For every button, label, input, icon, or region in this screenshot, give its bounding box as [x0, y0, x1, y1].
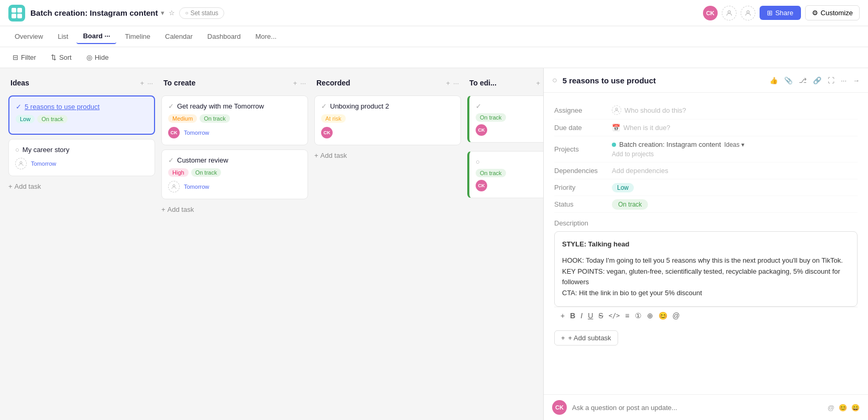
card-5reasons[interactable]: ✓ 5 reasons to use product Low On track: [8, 95, 155, 135]
project-dot: [612, 143, 616, 147]
add-task-ideas[interactable]: +Add task: [8, 180, 155, 192]
assignee-value[interactable]: Who should do this?: [612, 105, 858, 115]
svg-point-0: [728, 10, 731, 13]
add-card-tocreate[interactable]: +: [293, 79, 298, 87]
tab-dashboard[interactable]: Dashboard: [201, 29, 247, 44]
add-card-toedit[interactable]: +: [536, 79, 541, 87]
card-toedit-2[interactable]: ○ On track CK: [467, 151, 543, 198]
add-task-tocreate[interactable]: +Add task: [161, 203, 308, 216]
link-icon[interactable]: 🔗: [813, 77, 821, 84]
card-toedit-1[interactable]: ✓ On track CK: [467, 95, 543, 143]
column-title-toedit: To edi...: [469, 79, 533, 87]
tab-more[interactable]: More...: [249, 29, 282, 44]
sort-button[interactable]: ⇅ Sort: [47, 51, 76, 63]
branch-icon[interactable]: ⎇: [799, 77, 807, 84]
desc-style: STYLE: Talking head: [562, 239, 850, 250]
card-check-icon-career: ○: [15, 146, 19, 154]
badge-ontrack-getready: On track: [200, 114, 230, 123]
status-value[interactable]: On track: [612, 200, 858, 208]
app-logo: [8, 5, 25, 21]
add-task-recorded[interactable]: +Add task: [314, 149, 461, 161]
description-content[interactable]: STYLE: Talking head HOOK: Today I'm goin…: [554, 231, 858, 307]
card-getready[interactable]: ✓ Get ready with me Tomorrow Medium On t…: [161, 95, 308, 145]
thumbsup-icon[interactable]: 👍: [770, 77, 778, 84]
add-card-recorded[interactable]: +: [446, 79, 451, 87]
emoji-icon[interactable]: 😊: [658, 311, 667, 320]
desc-cta: CTA: Hit the link in bio to get your 5% …: [562, 288, 850, 299]
topbar-right: CK ⊞ Share ⚙ Customize: [703, 5, 860, 20]
assignee-avatar: [612, 105, 621, 115]
status-badge: On track: [612, 199, 648, 210]
duedate-value[interactable]: 📅 When is it due?: [612, 124, 858, 132]
strikethrough-icon[interactable]: S: [598, 311, 603, 320]
share-button[interactable]: ⊞ Share: [760, 6, 801, 20]
more-recorded[interactable]: ···: [453, 79, 459, 87]
column-ideas: Ideas + ··· ✓ 5 reasons to use product L…: [8, 77, 155, 412]
card-career[interactable]: ○ My career story Tomorrow: [8, 139, 155, 176]
badge-ontrack-toedit1: On track: [476, 113, 506, 122]
more-tocreate[interactable]: ···: [300, 79, 306, 87]
tab-board[interactable]: Board ···: [76, 29, 116, 44]
check-toedit-1: ✓: [476, 102, 481, 110]
close-detail-icon[interactable]: →: [853, 77, 860, 84]
topbar-project-icons[interactable]: ▾ ☆ ○ Set status: [161, 7, 224, 19]
card-footer-getready: CK Tomorrow: [168, 127, 301, 138]
emoji-comment-icon[interactable]: 😊: [839, 404, 847, 412]
italic-icon[interactable]: I: [580, 311, 583, 320]
numbered-list-icon[interactable]: ①: [635, 311, 642, 320]
card-title-getready: ✓ Get ready with me Tomorrow: [168, 102, 301, 110]
bold-icon[interactable]: B: [570, 311, 575, 320]
badge-medium-getready: Medium: [168, 114, 197, 123]
field-status: Status On track: [554, 196, 858, 213]
url-link-icon[interactable]: ⊕: [647, 311, 653, 320]
card-check-icon: ✓: [16, 103, 21, 111]
tab-timeline[interactable]: Timeline: [118, 29, 157, 44]
at-icon[interactable]: @: [673, 311, 680, 320]
tab-overview[interactable]: Overview: [8, 29, 49, 44]
attachment-icon[interactable]: 📎: [784, 77, 793, 84]
emoji-comment-icon-2[interactable]: 😄: [851, 404, 860, 412]
ideas-section-tag[interactable]: Ideas ▾: [724, 141, 744, 148]
star-icon[interactable]: ☆: [169, 9, 175, 17]
more-ideas[interactable]: ···: [147, 79, 153, 87]
board-area: Ideas + ··· ✓ 5 reasons to use product L…: [0, 68, 543, 420]
projects-value: Batch creation: Instagram content Ideas …: [612, 141, 858, 158]
avatar-unboxing: CK: [321, 127, 333, 138]
underline-icon[interactable]: U: [588, 311, 593, 320]
detail-body: Assignee Who should do this? Due date 📅 …: [544, 93, 868, 394]
hide-button[interactable]: ◎ Hide: [82, 51, 113, 63]
customize-button[interactable]: ⚙ Customize: [805, 5, 860, 20]
chevron-down-icon[interactable]: ▾: [161, 9, 164, 17]
detail-header-actions: 👍 📎 ⎇ 🔗 ⛶ ··· →: [770, 77, 860, 84]
card-customerreview[interactable]: ✓ Customer review High On track Tomorrow: [161, 149, 308, 199]
badge-ontrack-review: On track: [191, 168, 222, 177]
status-label: Status: [554, 200, 612, 208]
expand-icon[interactable]: ⛶: [828, 77, 834, 84]
tab-list[interactable]: List: [51, 29, 74, 44]
card-badges-review: High On track: [168, 168, 301, 177]
add-card-ideas[interactable]: +: [140, 79, 145, 87]
project-name: Batch creation: Instagram content: [619, 141, 721, 148]
mention-icon[interactable]: @: [828, 404, 834, 412]
card-check-icon-unboxing: ✓: [321, 102, 327, 110]
column-header-recorded: Recorded + ···: [314, 77, 461, 91]
avatar-ck: CK: [703, 6, 718, 20]
check-toedit-2: ○: [476, 158, 480, 166]
bullet-list-icon[interactable]: ≡: [625, 311, 629, 320]
tab-calendar[interactable]: Calendar: [159, 29, 199, 44]
add-to-projects[interactable]: Add to projects: [612, 150, 858, 158]
priority-value[interactable]: Low: [612, 184, 858, 191]
card-footer-career: Tomorrow: [15, 158, 148, 169]
card-unboxing[interactable]: ✓ Unboxing product 2 At risk CK: [314, 95, 461, 145]
filter-button[interactable]: ⊟ Filter: [8, 51, 40, 63]
column-to-create: To create + ··· ✓ Get ready with me Tomo…: [161, 77, 308, 412]
avatar-placeholder-2: [741, 6, 755, 20]
set-status-btn[interactable]: ○ Set status: [179, 7, 224, 19]
more-icon[interactable]: ···: [841, 77, 847, 84]
comment-input[interactable]: [572, 404, 822, 412]
dependencies-placeholder[interactable]: Add dependencies: [612, 167, 668, 175]
duedate-label: Due date: [554, 124, 612, 132]
code-icon[interactable]: </>: [609, 312, 620, 319]
add-icon[interactable]: +: [561, 311, 565, 320]
add-subtask-button[interactable]: + + Add subtask: [554, 330, 618, 346]
